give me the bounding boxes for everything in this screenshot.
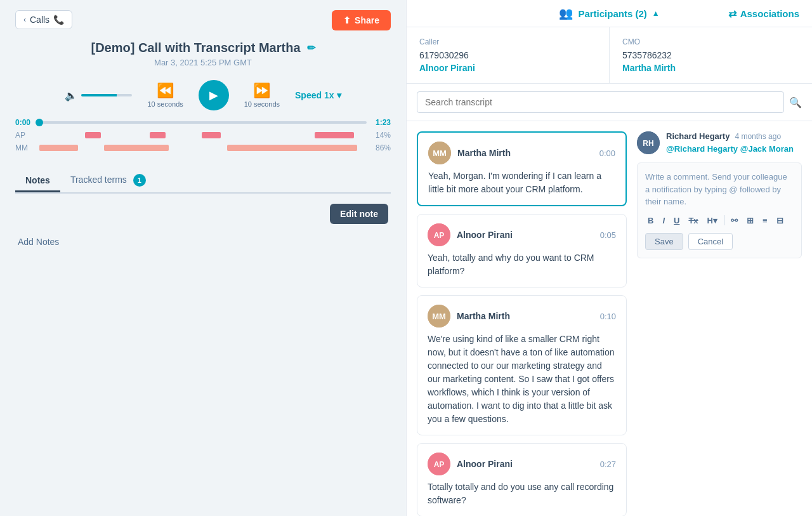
image-button[interactable]: ⊞ — [744, 215, 756, 227]
tracked-count-badge: 1 — [133, 174, 146, 187]
avatar-image-mm2: MM — [428, 305, 450, 327]
cmo-name[interactable]: Martha Mirth — [622, 63, 799, 73]
underline-button[interactable]: U — [671, 215, 682, 227]
avatar-image-ap1: AP — [428, 223, 450, 246]
entry-header-0: MM Martha Mirth 0:00 — [428, 142, 615, 164]
timeline-bar: 0:00 1:23 — [15, 118, 391, 127]
cmo-role-label: CMO — [622, 37, 799, 46]
skip-fwd-button[interactable]: ⏩ 10 seconds — [244, 83, 280, 108]
tab-content-notes: Edit note Add Notes — [15, 204, 391, 247]
avatar-image-mm1: MM — [428, 142, 451, 164]
svg-text:AP: AP — [434, 460, 445, 469]
transcript-list: MM Martha Mirth 0:00 Yeah, Morgan. I'm w… — [417, 131, 627, 506]
speaker-row-mm: MM 86% — [15, 143, 391, 152]
associations-label: Associations — [740, 8, 799, 19]
entry-text-3: Totally totally and do you use any call … — [428, 480, 616, 507]
skip-fwd-icon: ⏩ — [253, 83, 270, 99]
speaker-name-1: Alnoor Pirani — [457, 230, 513, 240]
mm-segment-4 — [234, 145, 357, 151]
add-notes-link[interactable]: Add Notes — [18, 232, 388, 247]
table-row: AP Alnoor Pirani 0:05 Yeah, totally and … — [417, 214, 627, 288]
search-input[interactable] — [417, 91, 784, 113]
comment-toolbar: B I U Tx H▾ ⚯ ⊞ ≡ ⊟ — [645, 215, 794, 227]
skip-back-button[interactable]: ⏪ 10 seconds — [147, 83, 183, 108]
svg-text:AP: AP — [434, 231, 445, 240]
volume-icon: 🔈 — [65, 89, 77, 102]
entry-speaker-0: MM Martha Mirth — [428, 142, 511, 164]
tab-tracked-terms[interactable]: Tracked terms 1 — [60, 169, 156, 194]
svg-text:MM: MM — [433, 149, 447, 158]
tabs-header: Notes Tracked terms 1 — [15, 169, 391, 194]
associations-button[interactable]: ⇄ Associations — [728, 8, 799, 20]
entry-speaker-2: MM Martha Mirth — [428, 305, 510, 327]
commenter-name: Richard Hegarty — [666, 131, 730, 141]
cmo-phone: 5735786232 — [622, 50, 799, 60]
table-button[interactable]: ⊟ — [774, 215, 786, 227]
associations-icon: ⇄ — [728, 8, 737, 20]
chevron-left-icon: ‹ — [23, 15, 26, 24]
speed-label: Speed 1x — [295, 90, 334, 100]
strikethrough-button[interactable]: Tx — [686, 215, 700, 227]
progress-thumb — [36, 119, 43, 126]
time-end: 1:23 — [372, 118, 391, 127]
caller-phone: 6179030296 — [419, 50, 596, 60]
cancel-comment-button[interactable]: Cancel — [688, 233, 733, 250]
comment-placeholder[interactable]: Write a comment. Send your colleague a n… — [645, 171, 794, 208]
phone-icon: 📞 — [53, 15, 64, 25]
align-button[interactable]: ≡ — [760, 215, 770, 227]
tab-notes[interactable]: Notes — [15, 170, 60, 192]
tabs-section: Notes Tracked terms 1 Edit note Add Note… — [15, 169, 391, 247]
participants-icon: 👥 — [559, 6, 573, 20]
avatar: MM — [428, 305, 450, 327]
comment-time: 4 months ago — [735, 132, 781, 141]
edit-note-button[interactable]: Edit note — [330, 204, 388, 224]
speaker-pct-ap: 14% — [369, 131, 391, 140]
link-button[interactable]: ⚯ — [728, 215, 740, 227]
avatar: RH — [637, 131, 660, 154]
speed-button[interactable]: Speed 1x ▾ — [295, 90, 341, 100]
mention-richard: @Richard Hegarty — [666, 144, 738, 154]
transcript-area: MM Martha Mirth 0:00 Yeah, Morgan. I'm w… — [407, 121, 812, 516]
left-panel: ‹ Calls 📞 ⬆ Share [Demo] Call with Trans… — [0, 0, 406, 516]
entry-text-1: Yeah, totally and why do you want to CRM… — [428, 251, 616, 278]
share-icon: ⬆ — [343, 15, 351, 25]
write-comment-area: Write a comment. Send your colleague a n… — [637, 162, 802, 258]
speaker-track-ap — [39, 132, 363, 138]
calls-button[interactable]: ‹ Calls 📞 — [15, 10, 72, 29]
format-dropdown-button[interactable]: H▾ — [705, 215, 720, 227]
call-title: [Demo] Call with Transcript Martha ✏ — [15, 41, 391, 55]
italic-button[interactable]: I — [660, 215, 667, 227]
toolbar-separator — [724, 215, 724, 225]
entry-time-0: 0:00 — [599, 149, 615, 158]
play-button[interactable]: ▶ — [199, 80, 229, 110]
svg-text:MM: MM — [432, 312, 446, 321]
participants-label: Participants (2) — [578, 8, 646, 19]
entry-header-2: MM Martha Mirth 0:10 — [428, 305, 616, 327]
caller-name[interactable]: Alnoor Pirani — [419, 63, 596, 73]
volume-bar[interactable] — [81, 94, 132, 96]
bold-button[interactable]: B — [645, 215, 656, 227]
speaker-name-0: Martha Mirth — [457, 148, 511, 158]
avatar-image-rh: RH — [637, 131, 660, 154]
top-bar: ‹ Calls 📞 ⬆ Share — [15, 10, 391, 30]
play-icon: ▶ — [209, 88, 218, 102]
tab-tracked-label: Tracked terms — [70, 175, 127, 185]
participants-button[interactable]: 👥 Participants (2) ▲ — [559, 6, 659, 20]
call-date: Mar 3, 2021 5:25 PM GMT — [15, 58, 391, 67]
ap-segment-4 — [315, 132, 353, 138]
avatar: AP — [428, 453, 450, 475]
entry-time-3: 0:27 — [600, 460, 616, 469]
speaker-row-ap: AP 14% — [15, 131, 391, 140]
chevron-up-icon: ▲ — [652, 9, 660, 18]
share-button[interactable]: ⬆ Share — [332, 10, 391, 30]
progress-track[interactable] — [39, 121, 367, 124]
participant-card-caller: Caller 6179030296 Alnoor Pirani — [407, 27, 610, 83]
comment-body: Richard Hegarty 4 months ago @Richard He… — [666, 131, 802, 155]
entry-time-1: 0:05 — [600, 230, 616, 240]
save-comment-button[interactable]: Save — [645, 233, 683, 250]
edit-title-icon[interactable]: ✏ — [307, 42, 315, 54]
player-section: 🔈 ⏪ 10 seconds ▶ ⏩ 10 seconds Speed 1x ▾ — [15, 80, 391, 110]
entry-speaker-3: AP Alnoor Pirani — [428, 453, 513, 475]
search-icon[interactable]: 🔍 — [789, 96, 802, 109]
entry-text-2: We're using kind of like a smaller CRM r… — [428, 333, 616, 426]
